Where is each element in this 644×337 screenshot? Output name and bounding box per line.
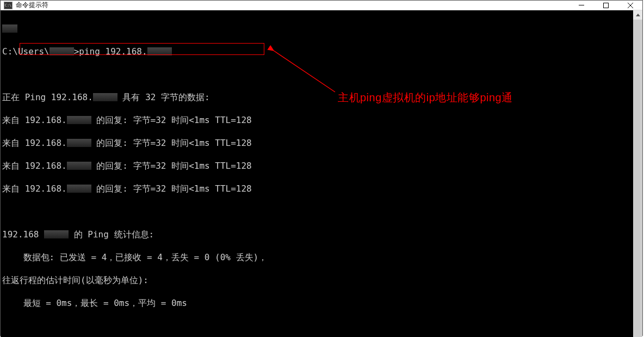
stats-times: 最短 = 0ms，最长 = 0ms，平均 = 0ms [2, 297, 633, 309]
ping-header: 正在 Ping 192.168. 具有 32 字节的数据: [2, 91, 633, 103]
maximize-button[interactable] [593, 1, 618, 10]
reply-text: 来自 192.168. [2, 138, 67, 148]
svg-rect-0 [579, 5, 584, 5]
reply-text: 的回复: 字节=32 时间<1ms TTL=128 [91, 183, 252, 194]
redacted-text [49, 47, 74, 56]
minimize-icon [579, 5, 584, 5]
reply-text: 来自 192.168. [2, 115, 67, 125]
stats-text: 的 Ping 统计信息: [69, 229, 154, 240]
stats-header: 192.168 的 Ping 统计信息: [2, 229, 633, 240]
ping-reply: 来自 192.168. 的回复: 字节=32 时间<1ms TTL=128 [2, 160, 633, 171]
main-area: C:\Users\>ping 192.168. 正在 Ping 192.168.… [1, 10, 642, 337]
redacted-text [67, 162, 91, 170]
reply-text: 的回复: 字节=32 时间<1ms TTL=128 [91, 138, 252, 148]
scroll-track[interactable] [633, 20, 642, 337]
reply-text: 来自 192.168. [2, 161, 67, 171]
vertical-scrollbar[interactable] [633, 10, 642, 337]
command-text: >ping 192.168. [74, 46, 147, 57]
command-prompt-window: C:\ 命令提示符 C:\Users\>ping 192.168. 正在 Pin… [0, 0, 643, 336]
scroll-up-button[interactable] [633, 10, 642, 20]
redacted-text [147, 47, 172, 56]
chevron-up-icon [636, 14, 640, 16]
scroll-thumb[interactable] [633, 20, 642, 337]
titlebar-left: C:\ 命令提示符 [4, 1, 48, 10]
reply-text: 的回复: 字节=32 时间<1ms TTL=128 [91, 161, 252, 171]
close-button[interactable] [618, 1, 642, 10]
stats-packets: 数据包: 已发送 = 4，已接收 = 4，丢失 = 0 (0% 丢失)， [2, 252, 633, 263]
redacted-text [67, 116, 91, 124]
ping-text: 具有 32 字节的数据: [117, 92, 210, 102]
terminal-line [2, 206, 633, 217]
ping-reply: 来自 192.168. 的回复: 字节=32 时间<1ms TTL=128 [2, 114, 633, 126]
stats-roundtrip: 往返行程的估计时间(以毫秒为单位): [2, 274, 633, 286]
reply-text: 的回复: 字节=32 时间<1ms TTL=128 [91, 115, 252, 125]
cmd-prompt-icon: C:\ [4, 2, 13, 9]
redacted-text [2, 24, 17, 33]
svg-rect-1 [603, 3, 608, 8]
annotation-text: 主机ping虚拟机的ip地址能够ping通 [338, 92, 513, 103]
reply-text: 来自 192.168. [2, 183, 67, 194]
ping-reply: 来自 192.168. 的回复: 字节=32 时间<1ms TTL=128 [2, 183, 633, 194]
terminal-line [2, 320, 633, 332]
terminal-line [2, 69, 633, 80]
terminal-line [2, 23, 633, 34]
terminal-output[interactable]: C:\Users\>ping 192.168. 正在 Ping 192.168.… [1, 10, 633, 337]
minimize-button[interactable] [569, 1, 593, 10]
ping-reply: 来自 192.168. 的回复: 字节=32 时间<1ms TTL=128 [2, 137, 633, 149]
redacted-text [44, 230, 69, 238]
command-line: C:\Users\>ping 192.168. [2, 46, 633, 57]
title-bar[interactable]: C:\ 命令提示符 [1, 1, 642, 10]
redacted-text [67, 185, 91, 193]
maximize-icon [603, 3, 609, 8]
prompt-prefix: C:\Users\ [2, 46, 49, 57]
stats-text: 192.168 [2, 229, 39, 240]
close-icon [628, 3, 633, 8]
redacted-text [93, 93, 117, 101]
window-title: 命令提示符 [16, 1, 48, 10]
redacted-text [67, 139, 91, 147]
ping-text: 正在 Ping 192.168. [2, 92, 93, 102]
window-controls [569, 1, 642, 10]
